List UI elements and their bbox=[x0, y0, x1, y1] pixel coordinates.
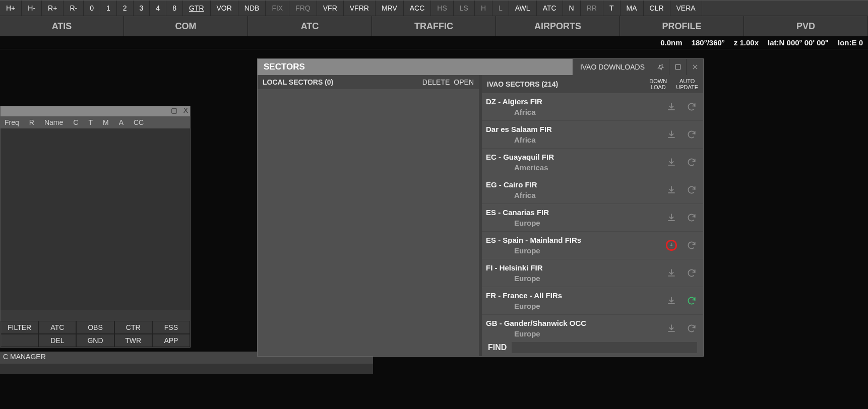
sector-row[interactable]: FR - France - All FIRsEurope bbox=[482, 287, 703, 315]
tab-airports[interactable]: AIRPORTS bbox=[496, 16, 620, 36]
toolbar-atc[interactable]: ATC bbox=[537, 1, 563, 16]
toolbar-vfrr[interactable]: VFRR bbox=[344, 1, 376, 16]
download-icon[interactable] bbox=[666, 184, 677, 195]
sector-row[interactable]: DZ - Algiers FIRAfrica bbox=[482, 93, 703, 121]
toolbar-4[interactable]: 4 bbox=[150, 1, 166, 16]
refresh-icon[interactable] bbox=[686, 323, 697, 334]
toolbar-l[interactable]: L bbox=[492, 1, 509, 16]
sector-row[interactable]: ES - Canarias FIREurope bbox=[482, 204, 703, 232]
toolbar-n[interactable]: N bbox=[563, 1, 581, 16]
tab-pvd[interactable]: PVD bbox=[744, 16, 868, 36]
refresh-icon[interactable] bbox=[686, 212, 697, 223]
sector-row[interactable]: EC - Guayaquil FIRAmericas bbox=[482, 149, 703, 176]
tab-com[interactable]: COM bbox=[124, 16, 248, 36]
find-input[interactable] bbox=[512, 342, 697, 353]
pin-icon[interactable] bbox=[652, 59, 669, 75]
sector-row[interactable]: FI - Helsinki FIREurope bbox=[482, 259, 703, 287]
toolbar-0[interactable]: 0 bbox=[84, 1, 100, 16]
sector-row[interactable]: EG - Cairo FIRAfrica bbox=[482, 176, 703, 204]
download-icon[interactable] bbox=[666, 101, 677, 112]
status-zoom: z 1.00x bbox=[734, 38, 759, 47]
tab-atc[interactable]: ATC bbox=[248, 16, 372, 36]
toolbar-clr[interactable]: CLR bbox=[644, 1, 670, 16]
filter-ctr[interactable]: CTR bbox=[114, 321, 152, 334]
col-header-t: T bbox=[88, 118, 93, 126]
tab-ivao-downloads[interactable]: IVAO DOWNLOADS bbox=[573, 59, 652, 75]
col-header-c: C bbox=[73, 118, 78, 126]
download-icon[interactable] bbox=[666, 129, 677, 140]
tab-profile[interactable]: PROFILE bbox=[620, 16, 744, 36]
sector-name: Dar es Salaam FIR bbox=[486, 125, 662, 133]
local-action-delete[interactable]: DELETE bbox=[422, 78, 450, 86]
toolbar-gtr[interactable]: GTR bbox=[183, 1, 211, 16]
toolbar-8[interactable]: 8 bbox=[166, 1, 183, 16]
toolbar-ls[interactable]: LS bbox=[454, 1, 475, 16]
local-action-open[interactable]: OPEN bbox=[454, 78, 474, 86]
sector-row[interactable]: ES - Spain - Mainland FIRsEurope bbox=[482, 232, 703, 259]
maximize-icon[interactable] bbox=[669, 59, 686, 75]
col-header-name: Name bbox=[44, 118, 63, 126]
download-icon[interactable] bbox=[666, 240, 677, 251]
status-bar: 0.0nm 180°/360° z 1.00x lat:N 000° 00' 0… bbox=[0, 36, 868, 49]
toolbar-ndb[interactable]: NDB bbox=[238, 1, 266, 16]
close-icon[interactable]: X bbox=[183, 106, 188, 114]
toolbar-t[interactable]: T bbox=[603, 1, 621, 16]
filter-obs[interactable]: OBS bbox=[76, 321, 114, 334]
toolbar-hs[interactable]: HS bbox=[431, 1, 453, 16]
status-distance: 0.0nm bbox=[660, 38, 682, 47]
filter-app[interactable]: APP bbox=[152, 334, 190, 347]
download-icon[interactable] bbox=[666, 323, 677, 334]
filter-fss[interactable]: FSS bbox=[152, 321, 190, 334]
toolbar-vfr[interactable]: VFR bbox=[317, 1, 344, 16]
toolbar-2[interactable]: 2 bbox=[117, 1, 134, 16]
toolbar-r[interactable]: R- bbox=[64, 1, 84, 16]
refresh-icon[interactable] bbox=[686, 295, 697, 306]
filter-filter[interactable]: FILTER bbox=[1, 321, 38, 334]
toolbar-rr[interactable]: RR bbox=[581, 1, 603, 16]
sector-region: Africa bbox=[486, 135, 662, 144]
toolbar-vor[interactable]: VOR bbox=[211, 1, 238, 16]
sectors-titlebar[interactable]: SECTORS IVAO DOWNLOADS bbox=[258, 59, 703, 75]
tab-atis[interactable]: ATIS bbox=[0, 16, 124, 36]
maximize-icon[interactable]: ▢ bbox=[171, 106, 177, 114]
refresh-icon[interactable] bbox=[686, 129, 697, 140]
filter-gnd[interactable]: GND bbox=[76, 334, 114, 347]
toolbar-frq[interactable]: FRQ bbox=[289, 1, 317, 16]
toolbar-mrv[interactable]: MRV bbox=[376, 1, 404, 16]
toolbar-3[interactable]: 3 bbox=[134, 1, 150, 16]
toolbar-h[interactable]: H bbox=[475, 1, 492, 16]
toolbar-awl[interactable]: AWL bbox=[509, 1, 537, 16]
toolbar-h[interactable]: H- bbox=[22, 1, 42, 16]
ivao-sectors-header: IVAO SECTORS (214) bbox=[487, 80, 558, 88]
toolbar-r[interactable]: R+ bbox=[42, 1, 64, 16]
toolbar-acc[interactable]: ACC bbox=[404, 1, 431, 16]
download-icon[interactable] bbox=[666, 157, 677, 168]
refresh-icon[interactable] bbox=[686, 157, 697, 168]
filter-del[interactable]: DEL bbox=[38, 334, 76, 347]
download-icon[interactable] bbox=[666, 212, 677, 223]
refresh-icon[interactable] bbox=[686, 240, 697, 251]
refresh-icon[interactable] bbox=[686, 267, 697, 279]
download-icon[interactable] bbox=[666, 295, 677, 306]
toolbar-vera[interactable]: VERA bbox=[670, 1, 702, 16]
main-tabs: ATISCOMATCTRAFFICAIRPORTSPROFILEPVD bbox=[0, 16, 868, 36]
toolbar-ma[interactable]: MA bbox=[621, 1, 644, 16]
refresh-icon[interactable] bbox=[686, 184, 697, 195]
sector-region: Europe bbox=[486, 246, 662, 255]
download-icon[interactable] bbox=[666, 267, 677, 279]
filter-twr[interactable]: TWR bbox=[114, 334, 152, 347]
col-header-cc: CC bbox=[134, 118, 144, 126]
tab-traffic[interactable]: TRAFFIC bbox=[372, 16, 496, 36]
frequency-panel-titlebar[interactable]: ▢ X bbox=[1, 106, 190, 116]
refresh-icon[interactable] bbox=[686, 101, 697, 112]
filter-empty bbox=[1, 334, 38, 347]
manager-strip-bar bbox=[0, 364, 373, 374]
toolbar-h[interactable]: H+ bbox=[0, 1, 22, 16]
sector-row[interactable]: Dar es Salaam FIRAfrica bbox=[482, 121, 703, 149]
close-icon[interactable] bbox=[686, 59, 703, 75]
sector-row[interactable]: GB - Gander/Shanwick OCCEurope bbox=[482, 315, 703, 339]
toolbar-fix[interactable]: FIX bbox=[266, 1, 289, 16]
ivao-sectors-list[interactable]: DZ - Algiers FIRAfricaDar es Salaam FIRA… bbox=[482, 93, 703, 339]
toolbar-1[interactable]: 1 bbox=[100, 1, 117, 16]
filter-atc[interactable]: ATC bbox=[38, 321, 76, 334]
